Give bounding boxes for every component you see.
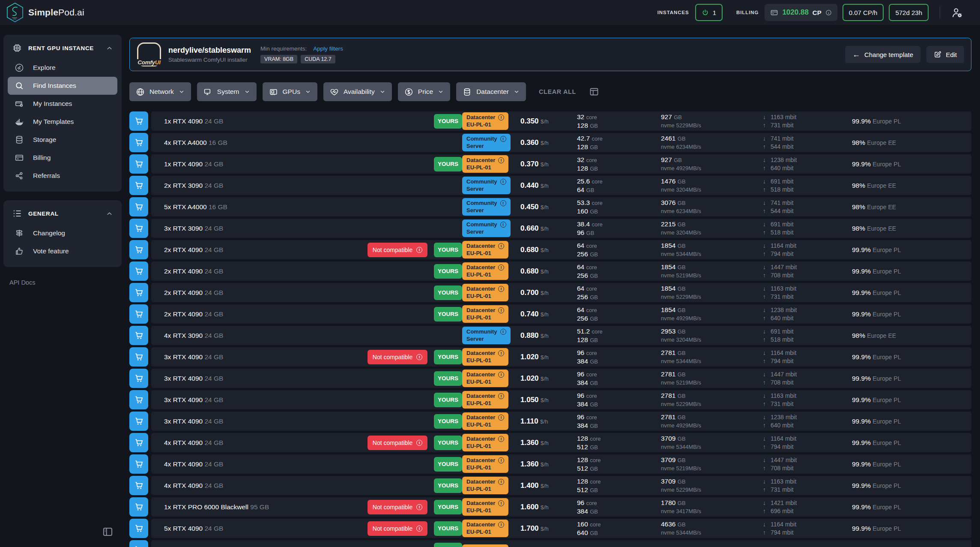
instance-card[interactable]: 5x RTX 4090 24 GB Not compatible! YOURS … xyxy=(151,519,971,538)
cpu-ram: 96 core 384 GB xyxy=(577,370,661,387)
instance-card[interactable]: 3x RTX 4090 24 GB Not compatible! YOURS … xyxy=(151,347,971,367)
server-badge[interactable]: Community! Server xyxy=(462,198,511,216)
server-badge[interactable]: Datacenter! EU-PL-01 xyxy=(462,241,508,258)
server-badge[interactable]: Datacenter! EU-PL-01 xyxy=(462,262,508,280)
add-to-cart-button[interactable] xyxy=(129,176,148,195)
sidebar-collapse-icon[interactable] xyxy=(102,526,114,538)
price: 0.880 $/h xyxy=(520,331,577,340)
server-badge[interactable]: Datacenter! EU-PL-01 xyxy=(462,305,508,323)
server-badge[interactable]: Datacenter! EU-PL-01 xyxy=(462,455,508,473)
clear-all-button[interactable]: CLEAR ALL xyxy=(539,88,576,95)
burn-rate-badge[interactable]: 0.07 CP/h xyxy=(843,4,884,21)
instance-card[interactable]: 3x RTX 4090 24 GB Not compatible! YOURS … xyxy=(151,412,971,431)
server-badge[interactable]: Datacenter! EU-PL-01 xyxy=(462,434,508,451)
add-to-cart-button[interactable] xyxy=(129,283,148,302)
instance-card[interactable]: 2x RTX 4090 24 GB Not compatible! YOURS … xyxy=(151,261,971,281)
instance-card[interactable]: 4x RTX A4000 16 GB Not compatible! YOURS… xyxy=(151,133,971,152)
change-template-button[interactable]: ← Change template xyxy=(845,46,920,63)
add-to-cart-button[interactable] xyxy=(129,133,148,152)
add-to-cart-button[interactable] xyxy=(129,497,148,517)
info-icon[interactable] xyxy=(825,9,832,16)
instance-card[interactable]: 1x RTX PRO 6000 Blackwell 95 GB Not comp… xyxy=(151,497,971,517)
api-docs-link[interactable]: API Docs xyxy=(9,279,122,286)
upload-arrow-icon: ↑ xyxy=(763,336,769,344)
filter-network-button[interactable]: Network xyxy=(129,82,191,101)
instance-card[interactable]: 4x RTX 4090 24 GB Not compatible! YOURS … xyxy=(151,454,971,474)
instance-card[interactable]: 2x RTX 3090 24 GB Not compatible! YOURS … xyxy=(151,176,971,195)
instance-card[interactable]: 1x RTX 4090 24 GB Not compatible! YOURS … xyxy=(151,154,971,174)
server-badge[interactable]: Community! Server xyxy=(462,177,511,194)
instance-card[interactable]: 4x RTX 4090 24 GB Not compatible! YOURS … xyxy=(151,476,971,495)
instance-card[interactable]: 2x RTX 4090 24 GB Not compatible! YOURS … xyxy=(151,283,971,302)
sidebar-item-explore[interactable]: Explore xyxy=(8,59,117,77)
filter-availability-button[interactable]: Availability xyxy=(323,82,392,101)
add-to-cart-button[interactable] xyxy=(129,240,148,259)
server-badge[interactable]: Datacenter! EU-PL-01 xyxy=(462,112,508,130)
server-badge[interactable]: Datacenter! EU-PL-01 xyxy=(462,520,508,537)
server-badge[interactable]: Datacenter! EU-PL-01 xyxy=(462,155,508,173)
sidebar-item-storage[interactable]: Storage xyxy=(8,131,117,149)
server-badge[interactable]: Datacenter! EU-PL-01 xyxy=(462,391,508,409)
add-to-cart-button[interactable] xyxy=(129,390,148,409)
sidebar-item-billing[interactable]: Billing xyxy=(8,149,117,167)
add-to-cart-button[interactable] xyxy=(129,111,148,131)
account-settings-icon[interactable] xyxy=(951,7,963,18)
edit-template-button[interactable]: Edit xyxy=(926,46,964,63)
add-to-cart-button[interactable] xyxy=(129,219,148,238)
time-left-badge[interactable]: 572d 23h xyxy=(889,4,929,21)
sidebar-item-my-instances[interactable]: My Instances xyxy=(8,95,117,113)
add-to-cart-button[interactable] xyxy=(129,412,148,431)
table-layout-icon[interactable] xyxy=(589,87,599,97)
add-to-cart-button[interactable] xyxy=(129,369,148,388)
filter-price-button[interactable]: Price xyxy=(398,82,450,101)
sidebar-item-changelog[interactable]: Changelog xyxy=(8,224,117,242)
apply-filters-link[interactable]: Apply filters xyxy=(313,45,343,52)
running-instances-badge[interactable]: 1 xyxy=(695,4,723,21)
server-badge[interactable]: Datacenter! EU-PL-01 xyxy=(462,477,508,494)
add-to-cart-button[interactable] xyxy=(129,519,148,538)
instance-card[interactable]: 1x RTX 4090 24 GB Not compatible! YOURS … xyxy=(151,111,971,131)
upload-arrow-icon: ↑ xyxy=(763,293,769,301)
server-badge[interactable]: Datacenter! xyxy=(462,544,508,547)
server-badge[interactable]: Community! Server xyxy=(462,134,511,151)
instance-card[interactable]: 3x RTX 3090 24 GB Not compatible! YOURS … xyxy=(151,219,971,238)
instance-list: 1x RTX 4090 24 GB Not compatible! YOURS … xyxy=(129,111,971,547)
add-to-cart-button[interactable] xyxy=(129,433,148,452)
sidebar-section-header[interactable]: RENT GPU INSTANCE xyxy=(8,40,117,59)
instance-card[interactable]: 2x RTX 4090 24 GB Not compatible! YOURS … xyxy=(151,304,971,324)
balance-badge[interactable]: 1020.88 CP xyxy=(765,4,837,21)
instance-card[interactable]: 3x RTX 4090 24 GB Not compatible! YOURS … xyxy=(151,369,971,388)
add-to-cart-button[interactable] xyxy=(129,476,148,495)
add-to-cart-button[interactable] xyxy=(129,304,148,324)
add-to-cart-button[interactable] xyxy=(129,347,148,367)
server-info-icon: ! xyxy=(498,286,504,292)
instance-card[interactable]: 4x RTX 3090 24 GB Not compatible! YOURS … xyxy=(151,326,971,345)
sidebar-item-my-templates[interactable]: My Templates xyxy=(8,113,117,131)
instance-card[interactable]: Not compatible! YOURS Datacenter! 160 co… xyxy=(151,540,971,547)
instance-card[interactable]: 4x RTX 4090 24 GB Not compatible! YOURS … xyxy=(151,433,971,452)
server-badge[interactable]: Datacenter! EU-PL-01 xyxy=(462,498,508,516)
instance-card[interactable]: 5x RTX A4000 16 GB Not compatible! YOURS… xyxy=(151,197,971,216)
brand[interactable]: SimplePod.ai xyxy=(6,2,84,23)
sidebar-item-find-instances[interactable]: Find Instances xyxy=(8,77,117,95)
add-to-cart-button[interactable] xyxy=(129,261,148,281)
filter-system-button[interactable]: System xyxy=(197,82,257,101)
server-badge[interactable]: Community! Server xyxy=(462,219,511,237)
instance-card[interactable]: 3x RTX 4090 24 GB Not compatible! YOURS … xyxy=(151,390,971,409)
add-to-cart-button[interactable] xyxy=(129,197,148,216)
sidebar-item-referrals[interactable]: Referrals xyxy=(8,167,117,185)
add-to-cart-button[interactable] xyxy=(129,326,148,345)
filter-datacenter-button[interactable]: Datacenter xyxy=(456,82,526,101)
server-badge[interactable]: Datacenter! EU-PL-01 xyxy=(462,370,508,387)
sidebar-section-header[interactable]: GENERAL xyxy=(8,206,117,224)
server-badge[interactable]: Datacenter! EU-PL-01 xyxy=(462,348,508,366)
add-to-cart-button[interactable] xyxy=(129,454,148,474)
server-badge[interactable]: Datacenter! EU-PL-01 xyxy=(462,284,508,301)
add-to-cart-button[interactable] xyxy=(129,154,148,174)
add-to-cart-button[interactable] xyxy=(129,540,148,547)
filter-gpus-button[interactable]: GPUs xyxy=(263,82,317,101)
server-badge[interactable]: Datacenter! EU-PL-01 xyxy=(462,412,508,430)
sidebar-item-vote-feature[interactable]: Vote feature xyxy=(8,242,117,260)
server-badge[interactable]: Community! Server xyxy=(462,327,511,344)
instance-card[interactable]: 2x RTX 4090 24 GB Not compatible! YOURS … xyxy=(151,240,971,259)
